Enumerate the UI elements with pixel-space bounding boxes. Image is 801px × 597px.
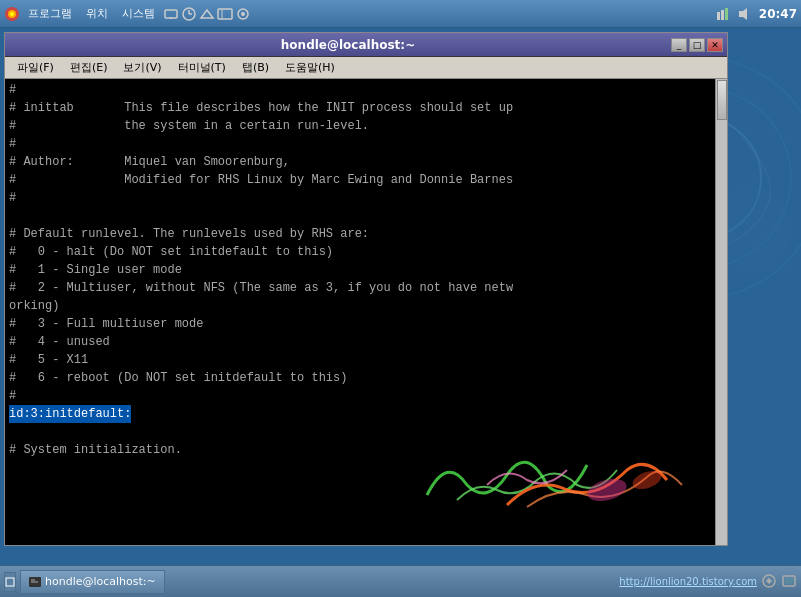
svg-rect-12 <box>717 12 720 20</box>
taskbar-icon-1 <box>163 6 179 22</box>
svg-point-2 <box>10 12 14 16</box>
svg-marker-16 <box>743 8 747 20</box>
terminal-menubar: 파일(F) 편집(E) 보기(V) 터미널(T) 탭(B) 도움말(H) <box>5 57 727 79</box>
taskbar-app-location[interactable]: 위치 <box>80 4 114 23</box>
svg-rect-14 <box>725 8 728 20</box>
taskbar-icon-right-1 <box>761 573 777 591</box>
menu-help[interactable]: 도움말(H) <box>277 58 343 77</box>
scrollbar[interactable] <box>715 79 727 545</box>
os-icon <box>4 6 20 22</box>
svg-point-11 <box>241 12 245 16</box>
menu-view[interactable]: 보기(V) <box>115 58 169 77</box>
terminal-title: hondle@localhost:~ <box>25 38 671 52</box>
menu-terminal[interactable]: 터미널(T) <box>170 58 234 77</box>
minimize-button[interactable]: _ <box>671 38 687 52</box>
taskbar-window-terminal[interactable]: hondle@localhost:~ <box>20 570 165 594</box>
svg-rect-15 <box>739 11 743 17</box>
menu-tab[interactable]: 탭(B) <box>234 58 277 77</box>
taskbar-right: 20:47 <box>715 6 797 22</box>
taskbar-window-label: hondle@localhost:~ <box>45 575 156 588</box>
svg-rect-29 <box>785 578 793 584</box>
taskbar-icon-3 <box>199 6 215 22</box>
terminal-body[interactable]: # # inittab This file describes how the … <box>5 79 727 545</box>
terminal-text: # # inittab This file describes how the … <box>5 79 715 545</box>
network-status-icon <box>715 6 731 22</box>
bottom-taskbar-right: http://lionlion20.tistory.com <box>619 573 797 591</box>
bottom-taskbar-left: hondle@localhost:~ <box>4 570 165 594</box>
close-button[interactable]: ✕ <box>707 38 723 52</box>
terminal-titlebar: hondle@localhost:~ _ □ ✕ <box>5 33 727 57</box>
taskbar-app-system[interactable]: 시스템 <box>116 4 161 23</box>
taskbar-icon-2 <box>181 6 197 22</box>
taskbar-left: 프로그램 위치 시스템 <box>4 4 251 23</box>
taskbar-app-programs[interactable]: 프로그램 <box>22 4 78 23</box>
show-desktop-btn[interactable] <box>4 572 16 592</box>
svg-rect-23 <box>6 578 14 586</box>
svg-rect-8 <box>218 9 232 19</box>
menu-file[interactable]: 파일(F) <box>9 58 62 77</box>
terminal-icon <box>29 577 41 587</box>
website-url[interactable]: http://lionlion20.tistory.com <box>619 576 757 587</box>
bottom-taskbar: hondle@localhost:~ http://lionlion20.tis… <box>0 565 801 597</box>
clock: 20:47 <box>759 7 797 21</box>
menu-edit[interactable]: 편집(E) <box>62 58 116 77</box>
taskbar-icon-right-2 <box>781 573 797 591</box>
desktop: hondle@localhost:~ _ □ ✕ 파일(F) 편집(E) 보기(… <box>0 28 801 565</box>
svg-rect-13 <box>721 10 724 20</box>
terminal-controls: _ □ ✕ <box>671 38 723 52</box>
top-taskbar: 프로그램 위치 시스템 20:47 <box>0 0 801 28</box>
taskbar-icon-5 <box>235 6 251 22</box>
svg-point-4 <box>170 17 172 19</box>
svg-rect-3 <box>165 10 177 18</box>
scrollbar-thumb[interactable] <box>717 80 727 120</box>
volume-icon <box>737 6 753 22</box>
terminal-window: hondle@localhost:~ _ □ ✕ 파일(F) 편집(E) 보기(… <box>4 32 728 546</box>
taskbar-icon-4 <box>217 6 233 22</box>
maximize-button[interactable]: □ <box>689 38 705 52</box>
